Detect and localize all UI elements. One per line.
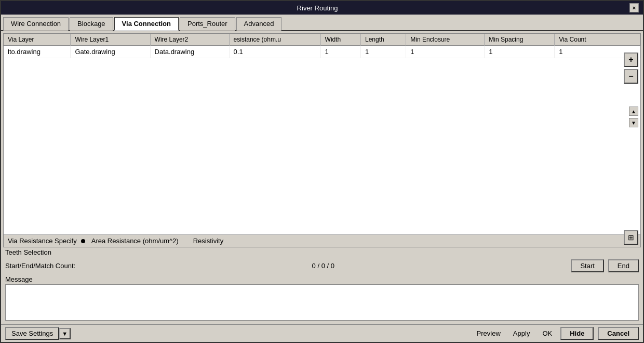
- col-via-layer: Via Layer: [4, 34, 71, 46]
- end-button[interactable]: End: [608, 259, 639, 272]
- cell-width: 1: [320, 46, 360, 58]
- save-settings-button[interactable]: Save Settings: [5, 327, 59, 340]
- col-wire-layer1: Wire Layer1: [71, 34, 150, 46]
- grid-icon: ⊞: [628, 233, 634, 242]
- cell-min-enclosure: 1: [406, 46, 485, 58]
- teeth-section: Teeth Selection: [1, 247, 643, 257]
- save-dropdown-button[interactable]: ▼: [59, 328, 71, 339]
- window-title: River Routing: [5, 4, 629, 12]
- tab-ports-router[interactable]: Ports_Router: [180, 17, 235, 31]
- start-end-row: Start/End/Match Count: 0 / 0 / 0 Start E…: [1, 257, 643, 274]
- col-min-spacing: Min Spacing: [485, 34, 555, 46]
- via-resistance-label: Via Resistance Specify: [8, 237, 77, 245]
- content-area: Via Layer Wire Layer1 Wire Layer2 esista…: [1, 31, 643, 342]
- area-resistance-label: Area Resistance (ohm/um^2): [91, 237, 179, 245]
- radio-dot: [81, 239, 85, 243]
- resistivity-label: Resistivity: [193, 237, 224, 245]
- via-resistance-bar: Via Resistance Specify Area Resistance (…: [4, 234, 640, 247]
- cancel-button[interactable]: Cancel: [598, 327, 639, 340]
- col-resistance: esistance (ohm.u: [229, 34, 320, 46]
- cell-length: 1: [361, 46, 406, 58]
- cell-resistance: 0.1: [229, 46, 320, 58]
- remove-row-button[interactable]: −: [624, 69, 638, 84]
- save-settings-group: Save Settings ▼: [5, 327, 71, 340]
- title-bar: River Routing ×: [1, 1, 643, 15]
- tab-wire-connection[interactable]: Wire Connection: [3, 17, 69, 31]
- grid-button[interactable]: ⊞: [624, 230, 638, 245]
- cell-wire-layer1: Gate.drawing: [71, 46, 150, 58]
- via-table: Via Layer Wire Layer1 Wire Layer2 esista…: [4, 34, 640, 58]
- hide-button[interactable]: Hide: [560, 327, 594, 340]
- message-label: Message: [5, 275, 639, 283]
- scroll-buttons: ▲ ▼: [629, 107, 638, 127]
- cell-min-spacing: 1: [485, 46, 555, 58]
- table-row[interactable]: lto.drawing Gate.drawing Data.drawing 0.…: [4, 46, 640, 58]
- cell-via-layer: lto.drawing: [4, 46, 71, 58]
- col-via-count: Via Count: [555, 34, 640, 46]
- table-container[interactable]: Via Layer Wire Layer1 Wire Layer2 esista…: [4, 34, 640, 234]
- tab-blockage[interactable]: Blockage: [70, 17, 113, 31]
- table-section: Via Layer Wire Layer1 Wire Layer2 esista…: [3, 33, 641, 247]
- dropdown-arrow-icon: ▼: [62, 331, 68, 337]
- tabs-bar: Wire Connection Blockage Via Connection …: [1, 15, 643, 31]
- tab-via-connection[interactable]: Via Connection: [114, 17, 179, 31]
- preview-button[interactable]: Preview: [473, 328, 505, 339]
- col-width: Width: [320, 34, 360, 46]
- start-end-label: Start/End/Match Count:: [5, 262, 75, 270]
- footer-bar: Save Settings ▼ Preview Apply OK Hide Ca…: [1, 324, 643, 342]
- add-row-button[interactable]: +: [624, 52, 638, 67]
- scroll-down-button[interactable]: ▼: [629, 118, 638, 127]
- count-value: 0 / 0 / 0: [79, 262, 567, 270]
- main-window: River Routing × Wire Connection Blockage…: [0, 0, 644, 343]
- scroll-up-button[interactable]: ▲: [629, 107, 638, 116]
- teeth-label: Teeth Selection: [5, 248, 51, 256]
- col-min-enclosure: Min Enclosure: [406, 34, 485, 46]
- col-wire-layer2: Wire Layer2: [150, 34, 229, 46]
- cell-wire-layer2: Data.drawing: [150, 46, 229, 58]
- ok-button[interactable]: OK: [538, 328, 556, 339]
- tab-advanced[interactable]: Advanced: [236, 17, 282, 31]
- message-section: Message: [1, 274, 643, 324]
- start-button[interactable]: Start: [571, 259, 603, 272]
- apply-button[interactable]: Apply: [509, 328, 534, 339]
- col-length: Length: [361, 34, 406, 46]
- message-textarea[interactable]: [5, 284, 639, 321]
- close-button[interactable]: ×: [629, 3, 639, 12]
- side-buttons: + −: [624, 52, 638, 84]
